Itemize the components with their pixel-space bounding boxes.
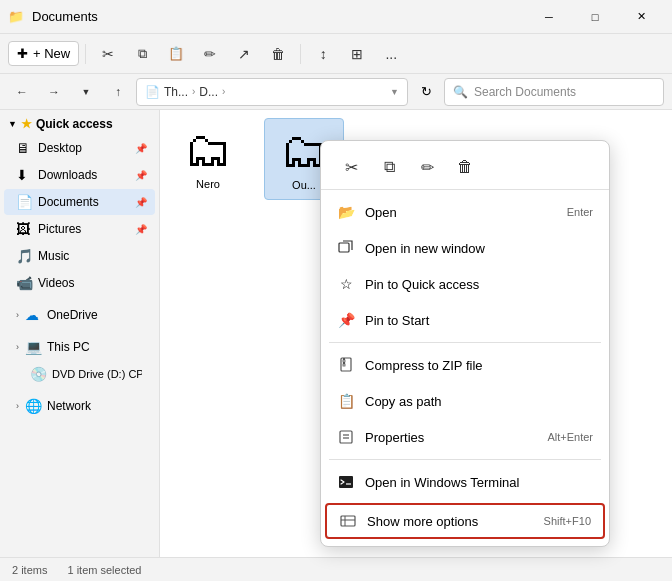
quick-access-header[interactable]: ▼ ★ Quick access (0, 114, 159, 134)
ctx-copy-button[interactable]: ⧉ (371, 151, 407, 183)
breadcrumb-expand[interactable]: ▼ (390, 87, 399, 97)
pin-icon-documents: 📌 (135, 197, 147, 208)
toolbar: ✚ + New ✂ ⧉ 📋 ✏ ↗ 🗑 ↕ ⊞ ... (0, 34, 672, 74)
pin-icon-downloads: 📌 (135, 170, 147, 181)
paste-icon: 📋 (168, 46, 184, 61)
ctx-more-icon (339, 512, 357, 530)
window-controls: ─ □ ✕ (526, 0, 664, 34)
folder-nero[interactable]: 🗂 Nero (168, 118, 248, 200)
ctx-open-label: Open (365, 205, 557, 220)
sort-button[interactable]: ↕ (307, 38, 339, 70)
sidebar-item-videos[interactable]: 📹 Videos (4, 270, 155, 296)
ctx-properties[interactable]: Properties Alt+Enter (321, 419, 609, 455)
back-button[interactable]: ← (8, 78, 36, 106)
title-bar: 📁 Documents ─ □ ✕ (0, 0, 672, 34)
copy-button[interactable]: ⧉ (126, 38, 158, 70)
ctx-separator-2 (329, 459, 601, 460)
toolbar-separator-2 (300, 44, 301, 64)
delete-button[interactable]: 🗑 (262, 38, 294, 70)
svg-rect-6 (340, 431, 352, 443)
sidebar-label-dvd: DVD Drive (D:) CPRA... (52, 368, 142, 380)
forward-button[interactable]: → (40, 78, 68, 106)
share-button[interactable]: ↗ (228, 38, 260, 70)
sidebar-label-desktop: Desktop (38, 141, 82, 155)
ctx-properties-shortcut: Alt+Enter (547, 431, 593, 443)
close-button[interactable]: ✕ (618, 0, 664, 34)
sidebar-label-documents: Documents (38, 195, 99, 209)
view-button[interactable]: ⊞ (341, 38, 373, 70)
new-button[interactable]: ✚ + New (8, 41, 79, 66)
sidebar-item-pictures[interactable]: 🖼 Pictures 📌 (4, 216, 155, 242)
sidebar-item-music[interactable]: 🎵 Music (4, 243, 155, 269)
window-icon: 📁 (8, 9, 24, 25)
svg-rect-0 (339, 243, 349, 252)
content-area: 🗂 Nero 🗂 Ou... ✂ ⧉ ✏ (160, 110, 672, 557)
toolbar-separator (85, 44, 86, 64)
ctx-show-more[interactable]: Show more options Shift+F10 (325, 503, 605, 539)
breadcrumb-bar[interactable]: 📄 Th... › D... › ▼ (136, 78, 408, 106)
recent-locations-button[interactable]: ▼ (72, 78, 100, 106)
window-title: Documents (32, 9, 526, 24)
breadcrumb-item-2[interactable]: D... (199, 85, 218, 99)
sidebar-label-downloads: Downloads (38, 168, 97, 182)
breadcrumb-icon: 📄 (145, 85, 160, 99)
cut-icon: ✂ (102, 46, 114, 62)
svg-rect-1 (341, 358, 351, 371)
breadcrumb-sep-2: › (222, 86, 225, 97)
share-icon: ↗ (238, 46, 250, 62)
ctx-open-icon: 📂 (337, 203, 355, 221)
ctx-open[interactable]: 📂 Open Enter (321, 194, 609, 230)
copy-icon: ⧉ (138, 46, 147, 62)
sidebar-item-onedrive[interactable]: › ☁ OneDrive (4, 302, 155, 328)
folder-ou-label: Ou... (292, 179, 316, 191)
sidebar: ▼ ★ Quick access 🖥 Desktop 📌 ⬇ Downloads… (0, 110, 160, 557)
new-label: + New (33, 46, 70, 61)
rename-button[interactable]: ✏ (194, 38, 226, 70)
search-bar[interactable]: 🔍 Search Documents (444, 78, 664, 106)
sidebar-item-network[interactable]: › 🌐 Network (4, 393, 155, 419)
sidebar-item-desktop[interactable]: 🖥 Desktop 📌 (4, 135, 155, 161)
pictures-icon: 🖼 (16, 221, 32, 237)
sidebar-item-thispc[interactable]: › 💻 This PC (4, 334, 155, 360)
address-bar: ← → ▼ ↑ 📄 Th... › D... › ▼ ↻ 🔍 Search Do… (0, 74, 672, 110)
ctx-compress[interactable]: Compress to ZIP file (321, 347, 609, 383)
sidebar-item-documents[interactable]: 📄 Documents 📌 (4, 189, 155, 215)
sidebar-item-downloads[interactable]: ⬇ Downloads 📌 (4, 162, 155, 188)
sidebar-item-dvd[interactable]: 💿 DVD Drive (D:) CPRA... (4, 361, 155, 387)
item-count: 2 items (12, 564, 47, 576)
ctx-pin-quick[interactable]: ☆ Pin to Quick access (321, 266, 609, 302)
ctx-copy-path-icon: 📋 (337, 392, 355, 410)
sidebar-label-music: Music (38, 249, 69, 263)
ctx-open-terminal[interactable]: Open in Windows Terminal (321, 464, 609, 500)
sort-icon: ↕ (320, 46, 327, 62)
context-menu-toolbar: ✂ ⧉ ✏ 🗑 (321, 145, 609, 190)
minimize-button[interactable]: ─ (526, 0, 572, 34)
ctx-delete-button[interactable]: 🗑 (447, 151, 483, 183)
view-icon: ⊞ (351, 46, 363, 62)
ctx-rename-button[interactable]: ✏ (409, 151, 445, 183)
breadcrumb-sep-1: › (192, 86, 195, 97)
svg-rect-9 (339, 476, 353, 488)
paste-button[interactable]: 📋 (160, 38, 192, 70)
ctx-pin-start-label: Pin to Start (365, 313, 593, 328)
cut-button[interactable]: ✂ (92, 38, 124, 70)
ctx-open-new-window[interactable]: Open in new window (321, 230, 609, 266)
sidebar-label-thispc: This PC (47, 340, 90, 354)
maximize-button[interactable]: □ (572, 0, 618, 34)
up-button[interactable]: ↑ (104, 78, 132, 106)
refresh-button[interactable]: ↻ (412, 78, 440, 106)
dvd-icon: 💿 (30, 366, 46, 382)
ctx-cut-button[interactable]: ✂ (333, 151, 369, 183)
quick-access-label: Quick access (36, 117, 113, 131)
ctx-pin-start[interactable]: 📌 Pin to Start (321, 302, 609, 338)
search-placeholder: Search Documents (474, 85, 576, 99)
videos-icon: 📹 (16, 275, 32, 291)
more-options-button[interactable]: ... (375, 38, 407, 70)
ctx-cut-icon: ✂ (345, 158, 358, 177)
documents-icon: 📄 (16, 194, 32, 210)
delete-icon: 🗑 (271, 46, 285, 62)
ctx-copy-icon: ⧉ (384, 158, 395, 176)
ctx-copy-path[interactable]: 📋 Copy as path (321, 383, 609, 419)
new-icon: ✚ (17, 46, 28, 61)
breadcrumb-item-1[interactable]: Th... (164, 85, 188, 99)
